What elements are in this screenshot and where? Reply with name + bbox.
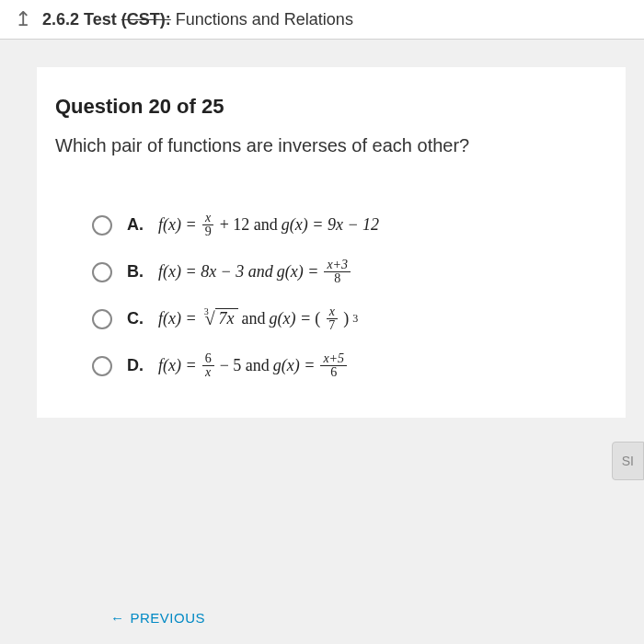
cst-label: (CST): <box>121 10 171 29</box>
radio-a[interactable] <box>92 215 112 236</box>
test-label: Test <box>84 10 117 29</box>
option-a-label: A. <box>127 215 144 235</box>
option-a[interactable]: A. f(x) = x 9 + 12 and g(x) = 9x − 12 <box>92 212 607 238</box>
option-d[interactable]: D. f(x) = 6 x − 5 and g(x) = x+5 6 <box>92 352 607 379</box>
question-content: Question 20 of 25 Which pair of function… <box>37 67 626 418</box>
question-number: Question 20 of 25 <box>55 95 607 119</box>
fraction: x 9 <box>202 212 214 238</box>
option-c[interactable]: C. f(x) = 3 √ 7x and g(x) = ( x 7 )3 <box>92 305 607 332</box>
header-title: Functions and Relations <box>176 10 353 29</box>
back-arrow-icon[interactable]: ↥ <box>15 7 31 31</box>
option-b-label: B. <box>127 262 144 282</box>
option-d-content: f(x) = 6 x − 5 and g(x) = x+5 6 <box>158 352 349 379</box>
radio-b[interactable] <box>92 262 112 282</box>
options-list: A. f(x) = x 9 + 12 and g(x) = 9x − 12 B.… <box>92 212 607 379</box>
fraction: x 7 <box>326 305 338 332</box>
previous-label: PREVIOUS <box>131 610 206 626</box>
radio-d[interactable] <box>92 356 112 376</box>
previous-button[interactable]: ← PREVIOUS <box>110 610 205 626</box>
cube-root: 3 √ 7x <box>201 308 238 329</box>
radio-c[interactable] <box>92 309 112 329</box>
side-button[interactable]: SI <box>612 442 644 480</box>
header-bar: ↥ 2.6.2 Test (CST): Functions and Relati… <box>0 0 644 40</box>
fraction: 6 x <box>202 352 214 379</box>
fraction: x+5 6 <box>320 352 347 379</box>
question-text: Which pair of functions are inverses of … <box>55 135 607 156</box>
option-b[interactable]: B. f(x) = 8x − 3 and g(x) = x+3 8 <box>92 259 607 285</box>
fraction: x+3 8 <box>324 259 351 285</box>
section-number: 2.6.2 <box>42 10 79 29</box>
option-a-content: f(x) = x 9 + 12 and g(x) = 9x − 12 <box>158 212 379 238</box>
option-c-label: C. <box>127 309 144 328</box>
option-d-label: D. <box>127 356 144 375</box>
header-text: 2.6.2 Test (CST): Functions and Relation… <box>42 10 353 29</box>
arrow-left-icon: ← <box>110 610 125 626</box>
option-b-content: f(x) = 8x − 3 and g(x) = x+3 8 <box>158 259 352 285</box>
option-c-content: f(x) = 3 √ 7x and g(x) = ( x 7 )3 <box>158 305 358 332</box>
